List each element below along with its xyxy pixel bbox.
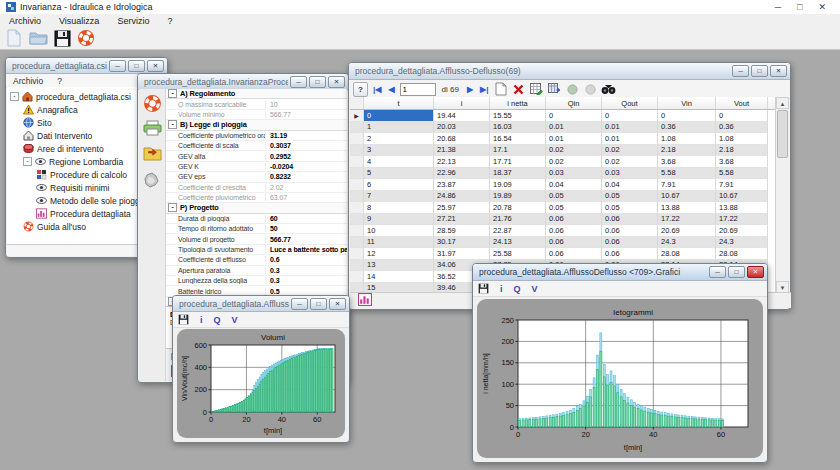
print-icon[interactable] bbox=[143, 120, 162, 139]
property-value[interactable]: 60 bbox=[266, 215, 347, 222]
help-button[interactable] bbox=[76, 28, 96, 48]
first-record-button[interactable]: |◀ bbox=[371, 85, 383, 94]
property-row[interactable]: Coefficiente pluviometrico orario31.19 bbox=[166, 131, 347, 141]
cell[interactable]: 22.87 bbox=[490, 225, 546, 237]
new-file-button[interactable] bbox=[4, 28, 24, 48]
collapse-icon[interactable]: - bbox=[168, 89, 177, 98]
toggle-v-button[interactable]: V bbox=[232, 315, 238, 325]
property-section[interactable]: -P) Progetto bbox=[166, 203, 347, 213]
cell[interactable]: 0.05 bbox=[546, 202, 602, 214]
cell[interactable]: 7.91 bbox=[716, 179, 768, 191]
cell[interactable]: 0.36 bbox=[716, 122, 768, 134]
cell[interactable]: 0 bbox=[658, 110, 716, 122]
cell[interactable]: 0.36 bbox=[658, 122, 716, 134]
maximize-button[interactable]: □ bbox=[309, 76, 326, 88]
cell[interactable]: 20.78 bbox=[490, 202, 546, 214]
minimize-button[interactable]: ─ bbox=[290, 76, 307, 88]
cell[interactable]: 24.13 bbox=[490, 237, 546, 249]
row-selector[interactable] bbox=[350, 156, 364, 168]
table-row[interactable]: 220.6816.540.010.011.081.08 bbox=[350, 133, 778, 145]
tree-menu-item[interactable]: ? bbox=[57, 76, 62, 86]
row-selector[interactable] bbox=[350, 271, 364, 283]
property-value[interactable]: Luce a battente sotto parat bbox=[266, 246, 347, 253]
property-value[interactable]: 566.77 bbox=[266, 236, 347, 243]
property-row[interactable]: Coefficiente di efflusso0.6 bbox=[166, 255, 347, 265]
cell[interactable]: 0.04 bbox=[602, 179, 658, 191]
cell[interactable]: 27.21 bbox=[434, 214, 490, 226]
cell[interactable]: 0.06 bbox=[546, 248, 602, 260]
cell[interactable]: 20.69 bbox=[658, 225, 716, 237]
menu-item-?[interactable]: ? bbox=[158, 14, 181, 27]
toggle-q-button[interactable]: Q bbox=[514, 284, 521, 294]
property-row[interactable]: GEV alfa0.2952 bbox=[166, 151, 347, 161]
cell[interactable]: 13 bbox=[364, 260, 434, 272]
tree-expander[interactable]: - bbox=[23, 157, 32, 166]
row-selector[interactable] bbox=[350, 260, 364, 272]
close-button[interactable]: ✕ bbox=[747, 266, 764, 278]
cell[interactable]: 9 bbox=[364, 214, 434, 226]
property-row[interactable]: Coefficiente di scala0.3037 bbox=[166, 141, 347, 151]
property-row[interactable]: Durata di pioggia60 bbox=[166, 214, 347, 224]
property-value[interactable]: 63.07 bbox=[266, 194, 347, 201]
property-row[interactable]: GEV eps0.8232 bbox=[166, 172, 347, 182]
previous-record-button[interactable]: ◀ bbox=[386, 85, 396, 94]
row-selector[interactable] bbox=[350, 122, 364, 134]
close-button[interactable]: ✕ bbox=[147, 60, 164, 72]
maximize-button[interactable]: □ bbox=[310, 298, 327, 310]
row-selector[interactable] bbox=[350, 248, 364, 260]
cell[interactable]: 0.06 bbox=[546, 225, 602, 237]
collapse-icon[interactable]: - bbox=[168, 203, 177, 212]
cell[interactable]: 0.02 bbox=[546, 156, 602, 168]
cell[interactable]: 7 bbox=[364, 191, 434, 203]
property-row[interactable]: Coefficiente di crescita2.02 bbox=[166, 183, 347, 193]
cell[interactable]: 17.71 bbox=[490, 156, 546, 168]
row-selector[interactable] bbox=[350, 145, 364, 157]
property-value[interactable]: 2.02 bbox=[266, 184, 347, 191]
save-chart-button[interactable] bbox=[178, 311, 189, 329]
cell[interactable]: 31.97 bbox=[434, 248, 490, 260]
cell[interactable]: 25.58 bbox=[490, 248, 546, 260]
cell[interactable]: 23.87 bbox=[434, 179, 490, 191]
cell[interactable]: 1 bbox=[364, 122, 434, 134]
tree-expander[interactable]: - bbox=[10, 92, 19, 101]
cell[interactable]: 17.1 bbox=[490, 145, 546, 157]
cell[interactable]: 25.97 bbox=[434, 202, 490, 214]
cell[interactable]: 3.68 bbox=[658, 156, 716, 168]
table-row[interactable]: 724.8619.890.050.0510.6710.67 bbox=[350, 191, 778, 203]
cell[interactable]: 22.96 bbox=[434, 168, 490, 180]
property-row[interactable]: Tempo di ritorno adottato50 bbox=[166, 224, 347, 234]
help-button[interactable]: ? bbox=[353, 82, 368, 97]
maximize-button[interactable]: □ bbox=[751, 65, 768, 77]
row-selector[interactable] bbox=[350, 237, 364, 249]
property-row[interactable]: Volume minimo566.77 bbox=[166, 110, 347, 120]
cell[interactable]: 0.06 bbox=[602, 237, 658, 249]
maximize-button[interactable]: □ bbox=[128, 60, 145, 72]
main-titlebar[interactable]: Invarianza - Idraulica e Idrologica ─ □ … bbox=[0, 0, 840, 14]
cell[interactable]: 0 bbox=[546, 110, 602, 122]
edit-grid-button[interactable] bbox=[529, 82, 544, 97]
cell[interactable]: 8 bbox=[364, 202, 434, 214]
cell[interactable]: 10.67 bbox=[658, 191, 716, 203]
cell[interactable]: 0 bbox=[364, 110, 434, 122]
toggle-q-button[interactable]: Q bbox=[214, 315, 221, 325]
cell[interactable]: 17.22 bbox=[716, 214, 768, 226]
menu-item-archivio[interactable]: Archivio bbox=[0, 14, 50, 27]
cell[interactable]: 16.03 bbox=[490, 122, 546, 134]
cell[interactable]: 24.3 bbox=[716, 237, 768, 249]
cell[interactable]: 0.06 bbox=[602, 225, 658, 237]
refresh-grid-button[interactable] bbox=[547, 82, 562, 97]
row-selector[interactable] bbox=[350, 179, 364, 191]
cell[interactable]: 2.18 bbox=[658, 145, 716, 157]
menu-item-servizio[interactable]: Servizio bbox=[108, 14, 158, 27]
last-record-button[interactable]: ▶| bbox=[478, 85, 490, 94]
property-value[interactable]: 0.6 bbox=[266, 256, 347, 263]
rollback-button[interactable] bbox=[583, 82, 598, 97]
table-row[interactable]: 825.9720.780.050.0513.8813.88 bbox=[350, 202, 778, 214]
cell[interactable]: 12 bbox=[364, 248, 434, 260]
cell[interactable]: 20.68 bbox=[434, 133, 490, 145]
property-value[interactable]: 50 bbox=[266, 225, 347, 232]
table-window-titlebar[interactable]: procedura_dettagliata.Afflusso-Deflusso(… bbox=[349, 63, 790, 80]
cell[interactable]: 5.58 bbox=[716, 168, 768, 180]
cell[interactable]: 14 bbox=[364, 271, 434, 283]
cell[interactable]: 7.91 bbox=[658, 179, 716, 191]
